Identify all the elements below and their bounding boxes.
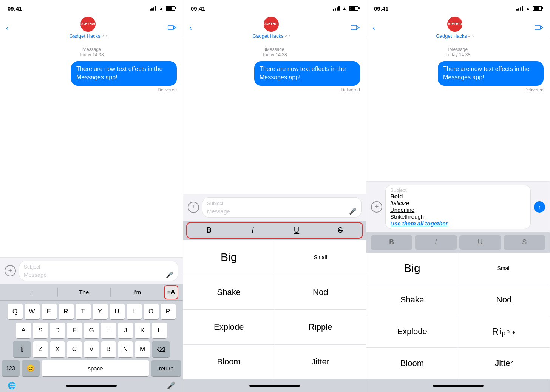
back-button-3[interactable]: ‹ bbox=[372, 23, 375, 32]
subject-field-1[interactable]: Subject bbox=[24, 263, 173, 270]
msg-line-bold: Bold bbox=[390, 193, 526, 199]
effect-bloom-3[interactable]: Bloom bbox=[366, 348, 458, 379]
bold-btn-2[interactable]: B bbox=[187, 223, 231, 238]
msg-line-italic: Italicize bbox=[390, 200, 526, 206]
key-emoji[interactable]: 😊 bbox=[22, 360, 40, 376]
effect-big-3[interactable]: Big bbox=[366, 253, 458, 284]
key-E[interactable]: E bbox=[42, 304, 57, 319]
effect-ripple-2[interactable]: Ripple bbox=[275, 310, 366, 344]
msg-bubble-1: There are now text effects in the Messag… bbox=[71, 61, 177, 86]
key-I[interactable]: I bbox=[127, 304, 142, 319]
effect-bloom-2[interactable]: Bloom bbox=[183, 345, 275, 379]
video-button-2[interactable] bbox=[351, 23, 360, 33]
key-Q[interactable]: Q bbox=[8, 304, 23, 319]
back-button-1[interactable]: ‹ bbox=[6, 23, 9, 32]
mic-icon-2[interactable]: 🎤 bbox=[349, 208, 357, 215]
globe-icon-1[interactable]: 🌐 bbox=[8, 381, 16, 390]
effect-shake-2[interactable]: Shake bbox=[183, 275, 275, 309]
message-field-1[interactable]: Message bbox=[24, 272, 47, 278]
key-Y[interactable]: Y bbox=[93, 304, 108, 319]
key-numbers[interactable]: 123 bbox=[2, 360, 20, 376]
contact-name-1[interactable]: Gadget Hacks ✓ › bbox=[69, 33, 107, 39]
mic-icon-1[interactable]: 🎤 bbox=[166, 271, 173, 278]
format-toggle-btn[interactable]: ≡A bbox=[164, 285, 178, 299]
italic-btn-3[interactable]: I bbox=[415, 235, 457, 250]
effect-nod-3[interactable]: Nod bbox=[458, 284, 550, 316]
status-time-1: 09:41 bbox=[8, 5, 22, 12]
bold-btn-3[interactable]: B bbox=[371, 235, 412, 250]
key-delete[interactable]: ⌫ bbox=[152, 341, 170, 357]
key-V[interactable]: V bbox=[84, 341, 99, 357]
key-F[interactable]: F bbox=[67, 323, 82, 338]
strikethrough-btn-3[interactable]: S bbox=[504, 235, 545, 250]
key-O[interactable]: O bbox=[144, 304, 159, 319]
svg-rect-0 bbox=[168, 25, 173, 30]
effect-explode-2[interactable]: Explode bbox=[183, 310, 275, 344]
effect-jitter-2[interactable]: Jitter bbox=[275, 345, 366, 379]
key-U[interactable]: U bbox=[110, 304, 125, 319]
effect-nod-2[interactable]: Nod bbox=[275, 275, 366, 309]
key-W[interactable]: W bbox=[25, 304, 40, 319]
plus-button-2[interactable]: + bbox=[188, 202, 199, 213]
key-X[interactable]: X bbox=[50, 341, 65, 357]
effect-jitter-3[interactable]: Jitter bbox=[458, 348, 550, 379]
plus-button-1[interactable]: + bbox=[5, 265, 16, 276]
effect-big-2[interactable]: Big bbox=[183, 240, 275, 275]
messages-area-2: iMessage Today 14:38 There are now text … bbox=[183, 39, 366, 194]
signal-icon-3 bbox=[516, 6, 523, 11]
message-content-3: Bold Italicize Underline Strikethrough U… bbox=[390, 193, 526, 227]
msg-bubble-wrapper-1: There are now text effects in the Messag… bbox=[6, 61, 177, 93]
key-row-2: A S D F G H J K L bbox=[2, 323, 181, 338]
key-N[interactable]: N bbox=[118, 341, 133, 357]
key-J[interactable]: J bbox=[118, 323, 133, 338]
effect-small-2[interactable]: Small bbox=[275, 240, 366, 275]
subject-field-2[interactable]: Subject bbox=[207, 200, 357, 207]
key-H[interactable]: H bbox=[101, 323, 116, 338]
key-shift[interactable]: ⇧ bbox=[13, 341, 31, 357]
suggestion-I[interactable]: I bbox=[5, 289, 57, 295]
key-Z[interactable]: Z bbox=[33, 341, 48, 357]
effect-shake-3[interactable]: Shake bbox=[366, 284, 458, 316]
key-R[interactable]: R bbox=[59, 304, 74, 319]
subject-field-3[interactable]: Subject bbox=[390, 187, 526, 193]
send-button-3[interactable]: ↑ bbox=[534, 201, 545, 213]
video-button-1[interactable] bbox=[168, 23, 177, 33]
underline-btn-3[interactable]: U bbox=[459, 235, 501, 250]
input-area-1: + Subject Message 🎤 bbox=[0, 257, 183, 284]
key-space[interactable]: space bbox=[42, 360, 149, 376]
underline-btn-2[interactable]: U bbox=[275, 223, 318, 238]
key-K[interactable]: K bbox=[135, 323, 150, 338]
suggestion-The[interactable]: The bbox=[58, 289, 111, 295]
effects-grid-3: Big Small Shake Nod Explode Ripple Bloom… bbox=[366, 253, 550, 380]
key-P[interactable]: P bbox=[161, 304, 176, 319]
contact-name-2[interactable]: Gadget Hacks ✓ › bbox=[252, 33, 290, 39]
key-G[interactable]: G bbox=[84, 323, 99, 338]
input-box-1[interactable]: Subject Message 🎤 bbox=[19, 261, 178, 281]
msg-line-strikethrough: Strikethrough bbox=[390, 213, 526, 220]
key-return[interactable]: return bbox=[151, 360, 181, 376]
effect-explode-3[interactable]: Explode bbox=[366, 316, 458, 347]
strikethrough-btn-2[interactable]: S bbox=[318, 223, 362, 238]
key-T[interactable]: T bbox=[76, 304, 91, 319]
video-button-3[interactable] bbox=[535, 23, 544, 33]
effect-small-3[interactable]: Small bbox=[458, 253, 550, 284]
input-box-3[interactable]: Subject Bold Italicize Underline Striket… bbox=[385, 185, 531, 229]
keyboard-1: I The I'm ≡A Q W E R T Y U I O P A bbox=[0, 284, 183, 392]
key-M[interactable]: M bbox=[135, 341, 150, 357]
status-icons-3: ▲ bbox=[516, 6, 542, 11]
key-A[interactable]: A bbox=[16, 323, 31, 338]
key-C[interactable]: C bbox=[67, 341, 82, 357]
key-B[interactable]: B bbox=[101, 341, 116, 357]
effect-ripple-3[interactable]: Ripple bbox=[458, 316, 550, 347]
italic-btn-2[interactable]: I bbox=[231, 223, 275, 238]
contact-name-3[interactable]: Gadget Hacks ✓ › bbox=[436, 33, 474, 39]
back-button-2[interactable]: ‹ bbox=[189, 23, 192, 32]
message-field-2[interactable]: Message bbox=[207, 208, 230, 215]
mic-bottom-icon-1[interactable]: 🎤 bbox=[167, 381, 175, 390]
plus-button-3[interactable]: + bbox=[371, 201, 382, 213]
suggestion-Im[interactable]: I'm bbox=[111, 289, 164, 295]
key-S[interactable]: S bbox=[33, 323, 48, 338]
input-box-2[interactable]: Subject Message 🎤 bbox=[202, 197, 362, 218]
key-L[interactable]: L bbox=[152, 323, 167, 338]
key-D[interactable]: D bbox=[50, 323, 65, 338]
